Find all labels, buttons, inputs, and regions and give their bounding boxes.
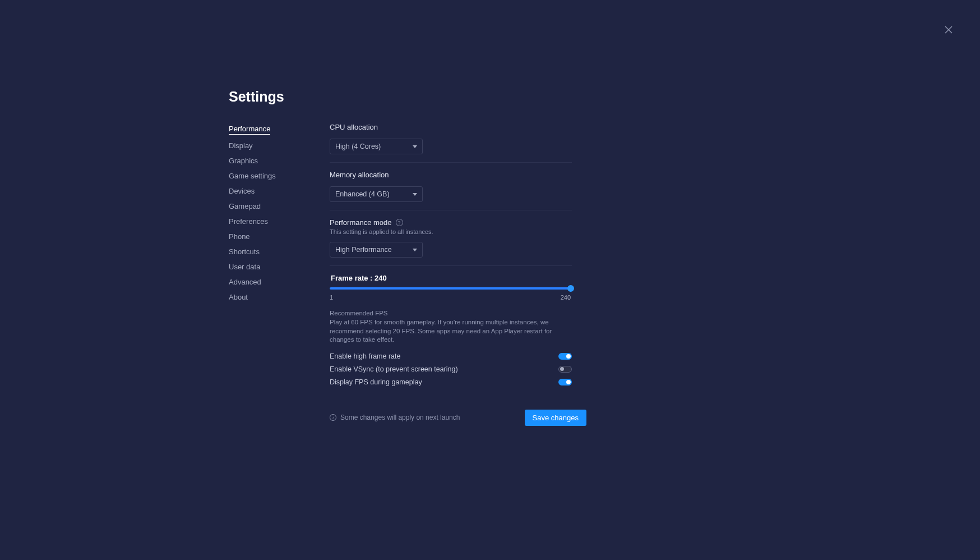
help-icon[interactable]: ? [396,219,403,226]
frame-rate-slider[interactable] [330,287,571,290]
sidebar-item-advanced[interactable]: Advanced [229,278,261,286]
toggle-row: Enable VSync (to prevent screen tearing) [330,365,572,373]
toggle-switch[interactable] [558,366,572,373]
sidebar-item-gamepad[interactable]: Gamepad [229,202,261,210]
sidebar-item-game-settings[interactable]: Game settings [229,172,276,180]
performance-mode-dropdown[interactable]: High Performance [330,242,423,258]
sidebar-item-performance[interactable]: Performance [229,125,270,135]
save-changes-button[interactable]: Save changes [525,410,586,426]
memory-allocation-dropdown[interactable]: Enhanced (4 GB) [330,186,423,202]
chevron-down-icon [413,193,417,196]
toggle-switch[interactable] [558,353,572,360]
sidebar-item-preferences[interactable]: Preferences [229,217,268,226]
performance-mode-sublabel: This setting is applied to all instances… [330,228,572,235]
sidebar-item-user-data[interactable]: User data [229,263,260,271]
close-button[interactable] [944,25,953,34]
cpu-allocation-label: CPU allocation [330,123,572,131]
cpu-allocation-value: High (4 Cores) [335,143,381,150]
sidebar-item-shortcuts[interactable]: Shortcuts [229,247,260,256]
page-title: Settings [229,89,572,105]
sidebar-item-graphics[interactable]: Graphics [229,157,258,165]
main-pane: CPU allocation High (4 Cores) Memory all… [330,123,572,426]
chevron-down-icon [413,145,417,148]
toggle-label: Enable VSync (to prevent screen tearing) [330,365,458,373]
toggle-row: Display FPS during gameplay [330,378,572,386]
frame-rate-min: 1 [330,294,333,301]
memory-allocation-value: Enhanced (4 GB) [335,190,390,198]
frame-rate-label: Frame rate : 240 [331,274,572,282]
recommended-fps-title: Recommended FPS [330,310,572,316]
divider [330,162,572,163]
sidebar-item-display[interactable]: Display [229,141,253,150]
memory-allocation-label: Memory allocation [330,171,572,179]
frame-rate-max: 240 [561,294,571,301]
toggle-row: Enable high frame rate [330,352,572,360]
divider [330,210,572,210]
sidebar-item-phone[interactable]: Phone [229,232,250,241]
sidebar-item-about[interactable]: About [229,293,248,301]
settings-panel: Settings PerformanceDisplayGraphicsGame … [229,89,572,426]
footer-note-text: Some changes will apply on next launch [340,414,460,421]
footer-note: i Some changes will apply on next launch [330,414,460,421]
divider [330,265,572,266]
chevron-down-icon [413,249,417,251]
sidebar-item-devices[interactable]: Devices [229,187,255,195]
recommended-fps-body: Play at 60 FPS for smooth gameplay. If y… [330,318,572,345]
toggle-label: Display FPS during gameplay [330,378,422,386]
performance-mode-value: High Performance [335,246,392,254]
toggle-label: Enable high frame rate [330,352,400,360]
frame-rate-slider-thumb[interactable] [567,285,574,292]
sidebar: PerformanceDisplayGraphicsGame settingsD… [229,123,330,426]
performance-mode-label: Performance mode [330,218,392,227]
toggle-switch[interactable] [558,379,572,385]
info-icon: i [330,414,336,421]
cpu-allocation-dropdown[interactable]: High (4 Cores) [330,139,423,154]
